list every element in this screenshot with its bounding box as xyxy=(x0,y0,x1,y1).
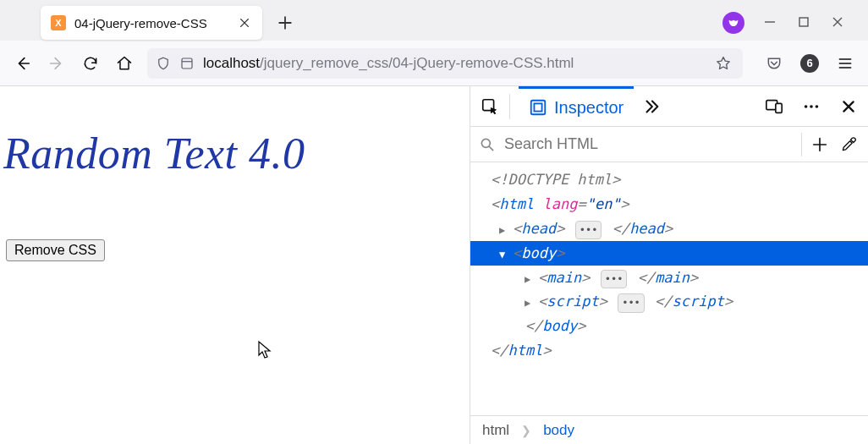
browser-toolbar: localhost/jquery_remove_css/04-jQuery-re… xyxy=(0,41,868,86)
close-icon xyxy=(841,99,856,114)
arrow-right-icon xyxy=(47,54,66,73)
favicon-xampp-icon: X xyxy=(51,15,66,30)
separator xyxy=(801,133,802,156)
separator xyxy=(509,94,510,119)
content-area: Random Text 4.0 Remove CSS Inspector xyxy=(0,86,868,444)
dom-head[interactable]: ▶<head> ••• </head> xyxy=(470,217,868,241)
devtools-kebab-button[interactable] xyxy=(800,96,822,118)
element-picker-button[interactable] xyxy=(479,96,501,118)
element-picker-icon xyxy=(481,97,499,116)
devtools-search-input[interactable] xyxy=(504,135,793,153)
badge-count: 6 xyxy=(806,57,812,69)
ellipsis-icon[interactable]: ••• xyxy=(601,270,628,288)
new-tab-button[interactable] xyxy=(272,10,298,36)
devtools-tabbar: Inspector xyxy=(470,86,868,127)
svg-rect-0 xyxy=(799,18,808,26)
url-bar[interactable]: localhost/jquery_remove_css/04-jQuery-re… xyxy=(147,48,743,79)
url-host: localhost xyxy=(203,55,260,71)
devtools-search-row xyxy=(470,127,868,162)
svg-rect-6 xyxy=(776,103,782,112)
mouse-cursor-icon xyxy=(257,340,274,360)
eyedropper-button[interactable] xyxy=(838,134,860,156)
more-tabs-button[interactable] xyxy=(642,97,661,116)
shield-icon xyxy=(156,56,171,71)
svg-point-8 xyxy=(810,105,813,108)
minimize-icon xyxy=(763,15,777,29)
dom-html-close[interactable]: </html> xyxy=(470,338,868,363)
tab-close-button[interactable] xyxy=(237,15,252,30)
devtools-panel: Inspector xyxy=(470,86,868,444)
dom-main[interactable]: ▶<main> ••• </main> xyxy=(470,266,868,290)
plus-icon xyxy=(810,135,829,154)
reload-button[interactable] xyxy=(80,52,102,74)
tab-title: 04-jQuery-remove-CSS xyxy=(74,16,228,30)
reload-icon xyxy=(82,55,99,72)
dom-body-open[interactable]: ▼<body> xyxy=(470,241,868,266)
notification-badge[interactable]: 6 xyxy=(800,54,819,73)
hamburger-icon xyxy=(837,55,854,72)
page-viewport: Random Text 4.0 Remove CSS xyxy=(0,86,470,444)
dom-breadcrumbs: html ❯ body xyxy=(470,415,868,444)
toolbar-right: 6 xyxy=(763,52,856,74)
star-icon xyxy=(715,55,732,72)
inspector-tab[interactable]: Inspector xyxy=(519,86,634,127)
page-info-icon xyxy=(179,56,195,71)
pocket-button[interactable] xyxy=(763,52,785,74)
chevron-right-icon: ❯ xyxy=(521,424,531,437)
inspector-icon xyxy=(529,98,547,117)
page-heading: Random Text 4.0 xyxy=(3,129,466,178)
inspector-tab-label: Inspector xyxy=(554,98,624,118)
breadcrumb-html[interactable]: html xyxy=(482,422,509,439)
arrow-left-icon xyxy=(14,54,32,73)
maximize-icon xyxy=(797,15,810,29)
url-path: /jquery_remove_css/04-jQuery-remove-CSS.… xyxy=(260,55,574,71)
dom-html-open[interactable]: <html lang="en"> xyxy=(470,192,868,217)
breadcrumb-body[interactable]: body xyxy=(543,422,574,439)
eyedropper-icon xyxy=(840,136,857,153)
add-element-button[interactable] xyxy=(810,135,829,154)
pocket-icon xyxy=(766,55,783,72)
remove-css-button[interactable]: Remove CSS xyxy=(6,239,105,261)
close-icon xyxy=(831,15,844,29)
svg-point-9 xyxy=(816,105,819,108)
svg-point-7 xyxy=(805,105,808,108)
app-menu-button[interactable] xyxy=(834,52,856,74)
svg-rect-4 xyxy=(534,103,541,111)
window-controls xyxy=(722,12,861,34)
ellipsis-icon[interactable]: ••• xyxy=(618,293,645,312)
responsive-mode-button[interactable] xyxy=(763,96,785,118)
chevrons-right-icon xyxy=(642,97,661,116)
url-text: localhost/jquery_remove_css/04-jQuery-re… xyxy=(203,55,574,72)
mask-icon xyxy=(727,16,740,30)
dom-script[interactable]: ▶<script> ••• </script> xyxy=(470,289,868,314)
ellipsis-icon[interactable]: ••• xyxy=(575,221,602,239)
kebab-icon xyxy=(802,97,821,116)
window-minimize-button[interactable] xyxy=(763,15,778,30)
dom-tree[interactable]: <!DOCTYPE html> <html lang="en"> ▶<head>… xyxy=(470,162,868,415)
tab-strip: X 04-jQuery-remove-CSS xyxy=(0,0,868,41)
svg-rect-3 xyxy=(531,101,546,115)
bookmark-button[interactable] xyxy=(712,52,734,74)
favicon-letter: X xyxy=(55,18,61,28)
search-icon xyxy=(479,136,496,153)
devices-icon xyxy=(765,97,783,116)
close-icon xyxy=(239,17,250,29)
home-button[interactable] xyxy=(113,52,135,74)
dom-body-close[interactable]: </body> xyxy=(470,314,868,338)
devtools-close-button[interactable] xyxy=(838,96,860,118)
window-close-button[interactable] xyxy=(831,15,846,30)
browser-tab[interactable]: X 04-jQuery-remove-CSS xyxy=(41,6,262,40)
plus-icon xyxy=(277,15,293,30)
forward-button[interactable] xyxy=(46,52,68,74)
home-icon xyxy=(116,55,133,72)
svg-rect-1 xyxy=(182,58,192,69)
profile-button[interactable] xyxy=(722,12,744,34)
window-maximize-button[interactable] xyxy=(797,15,812,30)
dom-doctype[interactable]: <!DOCTYPE html> xyxy=(470,167,868,192)
svg-point-10 xyxy=(481,139,490,147)
back-button[interactable] xyxy=(12,52,34,74)
